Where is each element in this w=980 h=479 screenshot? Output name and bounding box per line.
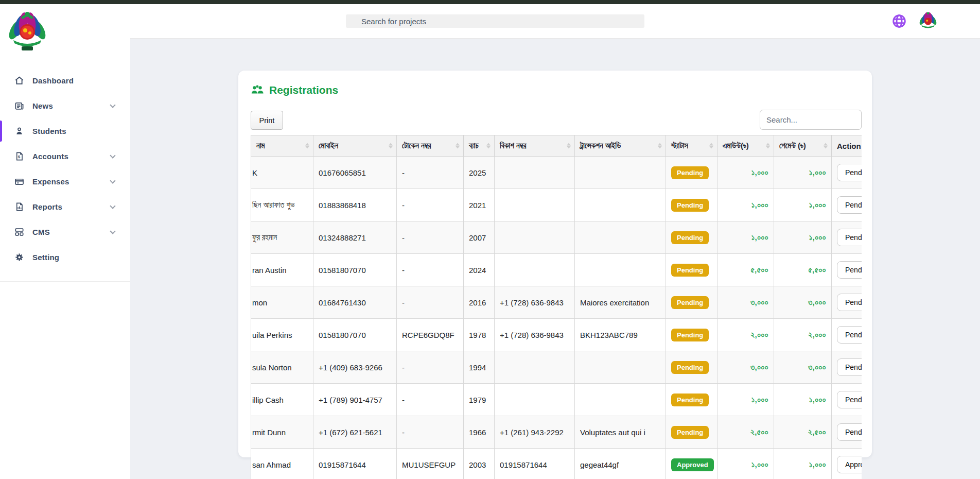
sidebar-item-label: Students <box>32 127 66 135</box>
column-label: Action <box>837 142 861 150</box>
cell-mobile: +1 (789) 901-4757 <box>313 384 397 416</box>
cell-action: Pending <box>832 384 862 416</box>
cell-batch: 2021 <box>464 189 495 221</box>
sidebar-item-setting[interactable]: Setting <box>0 245 130 270</box>
sidebar-item-students[interactable]: Students <box>0 118 130 144</box>
cell-name: mon <box>251 286 313 319</box>
sidebar-item-cms[interactable]: CMS <box>0 219 130 245</box>
action-status-select[interactable]: Pending <box>837 229 862 246</box>
column-header-payment[interactable]: পেমেন্ট (৳) <box>774 135 832 157</box>
cell-token: - <box>397 416 464 449</box>
sort-icon <box>486 143 491 149</box>
cell-status: Pending <box>666 157 717 189</box>
status-badge: Pending <box>671 394 709 406</box>
table-row: ran Austin01581807070-2024Pending৫,৫০০৫,… <box>251 254 862 286</box>
cell-action: Pending <box>832 254 862 286</box>
cell-token: - <box>397 286 464 319</box>
cell-bikash <box>495 384 575 416</box>
sort-icon <box>709 143 713 149</box>
cell-trxid <box>575 254 666 286</box>
cell-status: Pending <box>666 221 717 254</box>
cell-status: Approved <box>666 449 717 479</box>
cell-trxid <box>575 351 666 384</box>
cell-payment: ৫,৫০০ <box>774 254 832 286</box>
student-icon <box>14 126 24 136</box>
status-badge: Pending <box>671 166 709 179</box>
cell-mobile: 01324888271 <box>313 221 397 254</box>
column-header-amount[interactable]: এমাউন্ট(৳) <box>717 135 774 157</box>
cell-action: Pending <box>832 157 862 189</box>
cell-payment: ১,০০০ <box>774 157 832 189</box>
cell-batch: 1978 <box>464 319 495 351</box>
column-label: স্ট্যাটাস <box>671 141 688 150</box>
column-label: টোকেন নম্বর <box>402 141 431 150</box>
action-status-select[interactable]: Pending <box>837 261 862 279</box>
action-status-select[interactable]: Pending <box>837 294 862 311</box>
sidebar-item-reports[interactable]: Reports <box>0 194 130 219</box>
column-header-bikash[interactable]: বিকাশ নম্বর <box>495 135 575 157</box>
column-header-mobile[interactable]: মোবাইল <box>313 135 397 157</box>
sidebar-item-label: Accounts <box>32 152 68 161</box>
column-header-batch[interactable]: ব্যাচ <box>464 135 495 157</box>
cell-token: MU1USEFGUP <box>397 449 464 479</box>
column-header-token[interactable]: টোকেন নম্বর <box>397 135 464 157</box>
column-header-name[interactable]: নাম <box>251 135 313 157</box>
action-status-select[interactable]: Pending <box>837 358 862 376</box>
sidebar-item-accounts[interactable]: $ Accounts <box>0 144 130 169</box>
sort-icon <box>456 143 460 149</box>
cell-name: rmit Dunn <box>251 416 313 449</box>
cell-trxid: gegeat44gf <box>575 449 666 479</box>
cell-mobile: 01676065851 <box>313 157 397 189</box>
status-badge: Pending <box>671 361 709 374</box>
print-button[interactable]: Print <box>251 111 283 130</box>
cell-payment: ১,০০০ <box>774 221 832 254</box>
cell-name: ছিন আরাফাত শুভ <box>251 189 313 221</box>
status-badge: Pending <box>671 426 709 439</box>
cell-name: sula Norton <box>251 351 313 384</box>
sidebar-nav: Dashboard News Students $ Accounts Expen… <box>0 60 130 282</box>
sidebar: Dashboard News Students $ Accounts Expen… <box>0 4 130 479</box>
cell-bikash: 01915871644 <box>495 449 575 479</box>
cell-action: Pending <box>832 189 862 221</box>
sidebar-item-label: Reports <box>32 202 62 211</box>
sidebar-item-dashboard[interactable]: Dashboard <box>0 68 130 93</box>
sidebar-item-expenses[interactable]: Expenses <box>0 169 130 194</box>
cell-trxid <box>575 221 666 254</box>
table-row: illip Cash+1 (789) 901-4757-1979Pending১… <box>251 384 862 416</box>
cell-name: ran Austin <box>251 254 313 286</box>
action-status-select[interactable]: Pending <box>837 391 862 408</box>
sort-icon <box>389 143 393 149</box>
cell-action: Pending <box>832 351 862 384</box>
cell-action: Pending <box>832 416 862 449</box>
expenses-icon <box>14 177 24 186</box>
action-status-select[interactable]: Pending <box>837 326 862 344</box>
cell-token: - <box>397 221 464 254</box>
cell-status: Pending <box>666 286 717 319</box>
profile-avatar[interactable] <box>918 11 938 31</box>
column-header-status[interactable]: স্ট্যাটাস <box>666 135 717 157</box>
sidebar-item-news[interactable]: News <box>0 93 130 118</box>
top-header <box>130 4 980 39</box>
action-status-select[interactable]: Pending <box>837 164 862 181</box>
column-label: মোবাইল <box>319 141 338 150</box>
column-label: বিকাশ নম্বর <box>500 141 527 150</box>
cell-token: RCPE6GDQ8F <box>397 319 464 351</box>
action-status-select[interactable]: Pending <box>837 423 862 441</box>
table-search-input[interactable] <box>760 110 862 130</box>
table-body: K01676065851-2025Pending১,০০০১,০০০Pendin… <box>251 157 862 479</box>
cell-mobile: 01581807070 <box>313 319 397 351</box>
avatar-logo-image <box>918 11 938 31</box>
action-status-select[interactable]: Approved <box>837 456 862 473</box>
status-badge: Pending <box>671 296 709 309</box>
chevron-down-icon <box>110 203 115 209</box>
sort-icon <box>658 143 662 149</box>
table-row: ছিন আরাফাত শুভ01883868418-2021Pending১,০… <box>251 189 862 221</box>
status-badge: Pending <box>671 329 709 341</box>
table-row: uila Perkins01581807070RCPE6GDQ8F1978+1 … <box>251 319 862 351</box>
global-search-input[interactable] <box>346 14 644 28</box>
column-header-trxid[interactable]: ট্রান্সেকশন আইডি <box>575 135 666 157</box>
language-globe-button[interactable] <box>891 13 907 29</box>
action-status-select[interactable]: Pending <box>837 196 862 214</box>
cell-trxid <box>575 157 666 189</box>
cell-token: - <box>397 254 464 286</box>
